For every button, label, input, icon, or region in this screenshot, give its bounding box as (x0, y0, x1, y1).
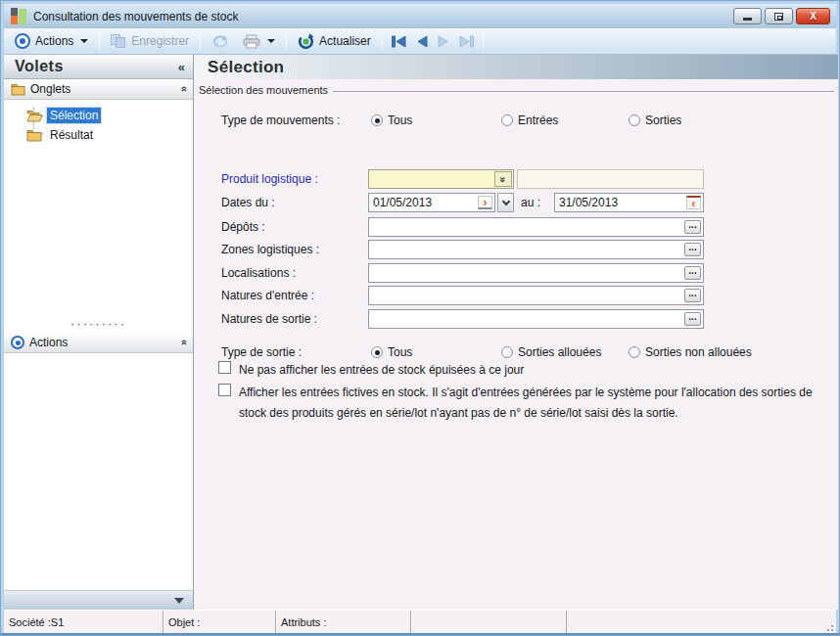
actions-panel-icon (11, 336, 24, 349)
natures-entree-label: Natures d'entrée : (221, 289, 314, 302)
previous-record-icon (415, 35, 429, 48)
app-icon (11, 8, 27, 24)
date-copy-back-icon[interactable]: ‹ (686, 196, 701, 209)
date-copy-forward-icon[interactable]: › (478, 196, 492, 209)
zones-logistiques-label: Zones logistiques : (221, 243, 319, 256)
sidebar-collapse-icon[interactable]: « (178, 60, 185, 74)
minimize-icon (743, 18, 752, 21)
date-from-calendar-button[interactable] (497, 193, 514, 212)
actualiser-button[interactable]: Actualiser (291, 30, 378, 53)
checkbox-icon (218, 361, 231, 374)
tree-item-label: Résultat (47, 127, 96, 143)
natures-sortie-input[interactable]: ... (368, 309, 704, 329)
toolbar-separator (483, 31, 484, 51)
title-bar: Consultation des mouvements de stock X (4, 4, 836, 28)
save-icon (111, 34, 126, 49)
app-window: Consultation des mouvements de stock X A… (0, 0, 840, 636)
natures-entree-input[interactable]: ... (368, 286, 704, 305)
radio-icon (371, 346, 383, 358)
main-header: Sélection (194, 55, 838, 79)
last-record-button[interactable] (454, 32, 479, 51)
status-bar: Société :S1 Objet : Attributs : (4, 610, 836, 634)
print-button[interactable] (236, 31, 282, 52)
onglets-collapse-icon[interactable]: » (177, 86, 189, 92)
date-from-input[interactable]: 01/05/2013 › (368, 193, 495, 212)
sidebar-footer-bar[interactable] (4, 590, 193, 610)
resize-grip[interactable] (824, 622, 834, 632)
actualiser-icon (298, 33, 314, 50)
radio-sorties-allouees[interactable]: Sorties allouées (501, 345, 601, 359)
show-fictive-checkbox-row[interactable]: Afficher les entrées fictives en stock. … (218, 383, 838, 424)
double-chevron-down-icon: » (497, 176, 509, 181)
localisations-browse-button[interactable]: ... (684, 266, 701, 280)
restore-button[interactable] (765, 8, 793, 24)
page-title: Sélection (208, 58, 284, 77)
zones-logistiques-browse-button[interactable]: ... (684, 243, 701, 256)
toolbar-separator (286, 31, 287, 51)
open-folder-icon (26, 110, 43, 122)
next-record-button[interactable] (433, 32, 454, 51)
localisations-input[interactable]: ... (368, 263, 704, 283)
previous-record-button[interactable] (411, 32, 433, 51)
minimize-button[interactable] (733, 8, 762, 24)
tree-item-resultat[interactable]: Résultat (4, 126, 193, 144)
natures-sortie-label: Natures de sortie : (221, 312, 317, 326)
depots-input[interactable]: ... (368, 217, 704, 237)
dates-du-label: Dates du : (221, 196, 275, 209)
actions-menu-label: Actions (35, 34, 73, 48)
produit-logistique-dropdown-button[interactable]: » (494, 171, 512, 187)
panel-splitter[interactable]: ········· (4, 320, 193, 328)
radio-label: Entrées (518, 114, 558, 127)
radio-label: Sorties non allouées (645, 345, 752, 359)
arrow-left-glyph: ‹ (691, 197, 695, 209)
radio-label: Tous (388, 114, 412, 127)
hide-depleted-checkbox-row[interactable]: Ne pas afficher les entrées de stock épu… (218, 360, 524, 381)
print-options-caret-icon (267, 39, 275, 43)
depots-label: Dépôts : (221, 220, 265, 234)
actions-menu-button[interactable]: Actions (8, 30, 95, 52)
onglets-panel-header[interactable]: Onglets » (4, 79, 193, 100)
radio-mouvements-sorties[interactable]: Sorties (629, 114, 681, 127)
toolbar: Actions Enregistrer (4, 28, 836, 55)
produit-logistique-combo[interactable]: » (368, 169, 514, 189)
actualiser-label: Actualiser (319, 34, 371, 48)
natures-entree-browse-button[interactable]: ... (684, 289, 701, 302)
next-record-icon (437, 35, 450, 48)
radio-sortie-tous[interactable]: Tous (371, 345, 412, 359)
radio-mouvements-entrees[interactable]: Entrées (501, 114, 558, 127)
save-button[interactable]: Enregistrer (104, 31, 196, 52)
produit-logistique-label: Produit logistique : (221, 172, 318, 186)
radio-sorties-non-allouees[interactable]: Sorties non allouées (629, 345, 752, 359)
toolbar-separator (99, 31, 100, 51)
dates-au-label: au : (521, 196, 540, 209)
toolbar-separator (382, 31, 383, 51)
produit-logistique-description-field (517, 169, 704, 189)
tree-item-selection[interactable]: Sélection (4, 107, 193, 124)
onglets-tree: Sélection Résultat (4, 100, 193, 144)
first-record-button[interactable] (387, 32, 411, 51)
arrow-right-glyph: › (483, 196, 487, 208)
actions-collapse-icon[interactable]: » (177, 340, 189, 345)
radio-mouvements-tous[interactable]: Tous (371, 114, 412, 127)
status-empty-cell (567, 611, 836, 634)
status-attributs-text: Attributs : (281, 616, 326, 628)
actions-caret-icon (80, 39, 88, 43)
date-to-input[interactable]: 31/05/2013 ‹ (554, 193, 704, 212)
window-title: Consultation des mouvements de stock (33, 10, 238, 23)
depots-browse-button[interactable]: ... (684, 220, 701, 234)
radio-icon (371, 114, 383, 126)
closed-folder-icon (26, 129, 42, 142)
main-panel: Sélection Sélection des mouvements Type … (194, 55, 838, 610)
refresh-data-button[interactable] (205, 31, 236, 52)
hide-depleted-label: Ne pas afficher les entrées de stock épu… (239, 360, 524, 381)
type-mouvements-label: Type de mouvements : (221, 114, 340, 127)
radio-icon (629, 114, 640, 126)
volets-title: Volets (15, 58, 64, 75)
radio-label: Tous (388, 345, 412, 359)
zones-logistiques-input[interactable]: ... (368, 240, 704, 259)
natures-sortie-browse-button[interactable]: ... (684, 312, 701, 326)
onglets-panel-label: Onglets (30, 82, 70, 96)
restore-icon (774, 13, 783, 21)
close-button[interactable]: X (796, 8, 830, 24)
actions-panel-header[interactable]: Actions » (4, 333, 193, 353)
